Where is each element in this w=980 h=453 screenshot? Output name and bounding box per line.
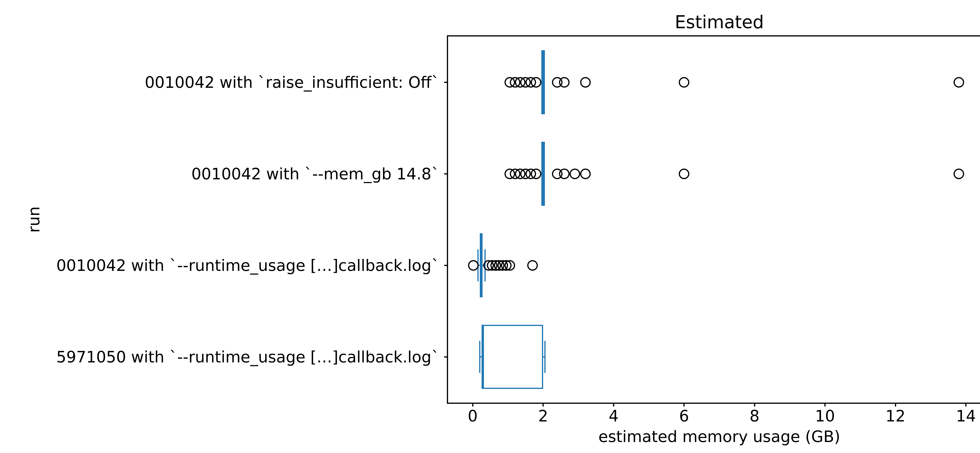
outlier-marker [953,168,964,179]
y-tick-label: 5971050 with `--runtime_usage […]callbac… [56,348,439,366]
y-axis-label: run [25,207,43,233]
median-line [480,233,481,297]
outlier-marker [504,260,515,271]
y-tick-label: 0010042 with `raise_insufficient: Off` [145,73,439,91]
outlier-marker [468,260,479,271]
x-tick [824,403,826,407]
outlier-marker [570,168,580,179]
outlier-marker [559,168,570,179]
x-tick-label: 10 [815,407,835,425]
x-tick [895,403,896,407]
outlier-marker [531,77,541,87]
x-tick [613,403,614,407]
y-tick [444,173,448,175]
x-tick-label: 8 [749,407,759,425]
x-tick [684,403,685,407]
x-tick-label: 4 [609,407,619,425]
axes: 024681012140010042 with `raise_insuffici… [447,35,980,404]
box [482,325,543,389]
chart-title: Estimated [447,12,980,32]
y-tick [444,82,448,83]
y-tick [444,265,448,266]
x-tick-label: 0 [468,407,478,425]
x-tick-label: 2 [538,407,548,425]
x-axis-label: estimated memory usage (GB) [598,428,840,446]
outlier-marker [580,168,591,179]
x-tick [965,403,966,407]
median-line [483,325,484,389]
outlier-marker [559,77,570,87]
y-tick-label: 0010042 with `--runtime_usage […]callbac… [56,256,439,275]
x-tick-label: 12 [886,407,905,425]
x-tick [472,403,473,407]
x-tick-label: 6 [679,407,689,425]
x-tick [542,403,544,407]
y-tick [444,356,448,358]
median-line [542,142,544,206]
plot-area: 024681012140010042 with `raise_insuffici… [448,37,980,403]
outlier-marker [679,168,689,179]
outlier-marker [531,168,541,179]
outlier-marker [953,77,964,87]
y-tick-label: 0010042 with `--mem_gb 14.8` [191,165,439,183]
outlier-marker [527,260,538,271]
x-tick-label: 14 [956,407,976,425]
outlier-marker [679,77,689,87]
median-line [542,50,544,114]
figure: Estimated 024681012140010042 with `raise… [0,0,980,453]
x-tick [754,403,755,407]
outlier-marker [580,77,591,87]
